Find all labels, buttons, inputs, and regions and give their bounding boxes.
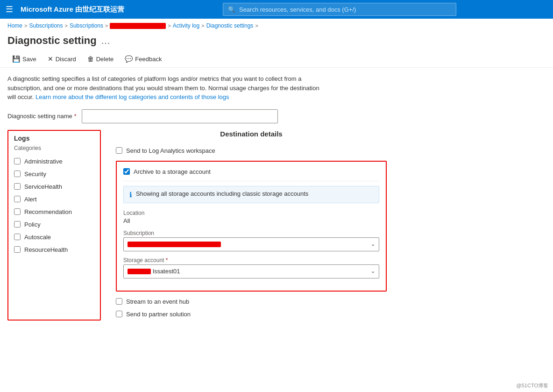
storage-account-label[interactable]: Archive to a storage account bbox=[134, 168, 211, 175]
log-analytics-checkbox[interactable] bbox=[116, 147, 122, 154]
subscription-chevron-icon: ⌄ bbox=[371, 241, 375, 247]
location-label: Location bbox=[123, 210, 379, 216]
breadcrumb-home[interactable]: Home bbox=[7, 22, 22, 29]
storage-account-field: Storage account * lssatest01 ⌄ bbox=[123, 257, 379, 278]
page-title: Diagnostic setting bbox=[7, 35, 97, 47]
search-input[interactable] bbox=[239, 6, 451, 13]
log-label-security[interactable]: Security bbox=[24, 171, 46, 178]
breadcrumb-subscriptions2[interactable]: Subscriptions bbox=[70, 22, 103, 29]
logs-items-list: AdministrativeSecurityServiceHealthAlert… bbox=[8, 155, 100, 262]
divider bbox=[123, 181, 379, 181]
log-label-servicehealth[interactable]: ServiceHealth bbox=[24, 183, 62, 190]
hamburger-menu-icon[interactable]: ☰ bbox=[6, 4, 13, 14]
breadcrumb-redacted bbox=[110, 23, 166, 29]
archive-storage-box: Archive to a storage account ℹ Showing a… bbox=[116, 161, 387, 292]
delete-icon: 🗑 bbox=[87, 55, 94, 63]
storage-account-label: Storage account * bbox=[123, 257, 379, 264]
log-label-alert[interactable]: Alert bbox=[24, 196, 37, 203]
more-options-icon[interactable]: ... bbox=[101, 36, 111, 46]
logs-panel: Logs Categories AdministrativeSecuritySe… bbox=[7, 130, 101, 321]
setting-name-label: Diagnostic setting name * bbox=[7, 113, 76, 120]
save-icon: 💾 bbox=[12, 55, 20, 63]
description-text: A diagnostic setting specifies a list of… bbox=[0, 68, 327, 107]
search-bar[interactable]: 🔍 bbox=[223, 3, 456, 16]
storage-account-chevron-icon: ⌄ bbox=[371, 268, 375, 274]
log-checkbox-alert[interactable] bbox=[14, 196, 21, 202]
feedback-icon: 💬 bbox=[125, 55, 133, 63]
toolbar: 💾 Save ✕ Discard 🗑 Delete 💬 Feedback bbox=[0, 50, 553, 68]
log-checkbox-autoscale[interactable] bbox=[14, 234, 21, 240]
breadcrumb: Home > Subscriptions > Subscriptions > >… bbox=[0, 19, 553, 33]
discard-icon: ✕ bbox=[48, 55, 53, 63]
partner-label[interactable]: Send to partner solution bbox=[126, 311, 191, 318]
info-icon: ℹ bbox=[129, 191, 132, 199]
learn-more-link[interactable]: Learn more about the different log categ… bbox=[35, 93, 229, 100]
storage-account-checkbox[interactable] bbox=[123, 168, 130, 175]
location-field: Location All bbox=[123, 210, 379, 224]
storage-account-dropdown[interactable]: lssatest01 ⌄ bbox=[123, 264, 379, 278]
log-item: Security bbox=[12, 168, 96, 180]
info-text: Showing all storage accounts including c… bbox=[136, 190, 308, 197]
log-checkbox-security[interactable] bbox=[14, 171, 21, 177]
destination-title: Destination details bbox=[116, 130, 387, 138]
log-item: ResourceHealth bbox=[12, 243, 96, 256]
log-checkbox-recommendation[interactable] bbox=[14, 208, 21, 215]
main-content: Logs Categories AdministrativeSecuritySe… bbox=[0, 130, 553, 321]
log-checkbox-servicehealth[interactable] bbox=[14, 183, 21, 190]
log-item: Alert bbox=[12, 193, 96, 206]
subscription-label: Subscription bbox=[123, 230, 379, 236]
location-value: All bbox=[123, 217, 379, 224]
log-checkbox-administrative[interactable] bbox=[14, 158, 21, 164]
breadcrumb-activity-log[interactable]: Activity log bbox=[173, 22, 199, 29]
storage-account-value: lssatest01 bbox=[153, 268, 180, 275]
log-label-administrative[interactable]: Administrative bbox=[24, 158, 63, 165]
log-analytics-label[interactable]: Send to Log Analytics workspace bbox=[126, 147, 215, 154]
setting-name-input[interactable] bbox=[82, 109, 278, 123]
breadcrumb-subscriptions1[interactable]: Subscriptions bbox=[29, 22, 63, 29]
log-item: Administrative bbox=[12, 155, 96, 168]
log-label-recommendation[interactable]: Recommendation bbox=[24, 208, 72, 215]
partner-solution-option: Send to partner solution bbox=[116, 308, 387, 321]
event-hub-option: Stream to an event hub bbox=[116, 295, 387, 308]
log-item: Recommendation bbox=[12, 206, 96, 218]
brand-name: Microsoft Azure 由世纪互联运营 bbox=[21, 5, 124, 14]
breadcrumb-diagnostic-settings[interactable]: Diagnostic settings bbox=[206, 22, 254, 29]
storage-account-redacted bbox=[128, 269, 151, 274]
delete-button[interactable]: 🗑 Delete bbox=[83, 53, 119, 64]
logs-title: Logs bbox=[8, 131, 100, 144]
partner-checkbox[interactable] bbox=[116, 311, 122, 317]
log-label-policy[interactable]: Policy bbox=[24, 221, 41, 228]
top-navigation: ☰ Microsoft Azure 由世纪互联运营 🔍 bbox=[0, 0, 553, 19]
subscription-field: Subscription ⌄ bbox=[123, 230, 379, 251]
log-analytics-option: Send to Log Analytics workspace bbox=[116, 144, 387, 157]
search-icon: 🔍 bbox=[228, 6, 235, 13]
save-button[interactable]: 💾 Save bbox=[7, 53, 41, 64]
page-header: Diagnostic setting ... bbox=[0, 33, 553, 50]
log-label-resourcehealth[interactable]: ResourceHealth bbox=[24, 246, 68, 253]
log-item: Policy bbox=[12, 218, 96, 231]
info-banner: ℹ Showing all storage accounts including… bbox=[123, 186, 379, 203]
feedback-button[interactable]: 💬 Feedback bbox=[120, 53, 166, 64]
logs-categories-label: Categories bbox=[8, 144, 100, 155]
event-hub-label[interactable]: Stream to an event hub bbox=[126, 298, 189, 305]
log-checkbox-policy[interactable] bbox=[14, 221, 21, 228]
log-item: ServiceHealth bbox=[12, 180, 96, 193]
log-item: Autoscale bbox=[12, 231, 96, 243]
subscription-dropdown[interactable]: ⌄ bbox=[123, 237, 379, 251]
discard-button[interactable]: ✕ Discard bbox=[43, 53, 81, 64]
required-indicator: * bbox=[74, 113, 76, 120]
log-checkbox-resourcehealth[interactable] bbox=[14, 246, 21, 253]
event-hub-checkbox[interactable] bbox=[116, 298, 122, 305]
destination-panel: Destination details Send to Log Analytic… bbox=[116, 130, 387, 321]
log-label-autoscale[interactable]: Autoscale bbox=[24, 234, 51, 241]
subscription-redacted bbox=[128, 242, 221, 247]
setting-name-row: Diagnostic setting name * bbox=[0, 107, 553, 130]
